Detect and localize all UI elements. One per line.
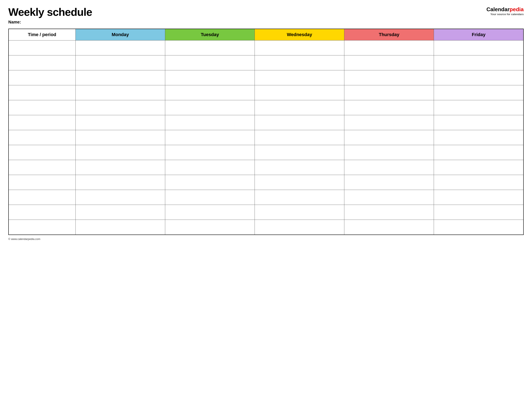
table-cell[interactable]: [434, 205, 524, 220]
table-row: [8, 220, 524, 235]
table-cell[interactable]: [8, 190, 76, 205]
table-cell[interactable]: [254, 100, 344, 115]
table-cell[interactable]: [8, 56, 76, 70]
table-cell[interactable]: [76, 190, 165, 205]
logo-section: Calendarpedia Your source for calendars: [487, 6, 524, 16]
table-cell[interactable]: [76, 115, 165, 130]
table-cell[interactable]: [254, 85, 344, 100]
table-row: [8, 100, 524, 115]
table-cell[interactable]: [344, 205, 434, 220]
table-row: [8, 40, 524, 56]
table-cell[interactable]: [254, 175, 344, 190]
logo-tagline: Your source for calendars: [487, 13, 524, 16]
table-cell[interactable]: [344, 40, 434, 56]
table-cell[interactable]: [165, 220, 254, 235]
table-cell[interactable]: [165, 205, 254, 220]
table-cell[interactable]: [76, 130, 165, 145]
header-tuesday: Tuesday: [165, 29, 254, 40]
table-cell[interactable]: [254, 145, 344, 160]
table-cell[interactable]: [8, 130, 76, 145]
table-cell[interactable]: [165, 70, 254, 85]
table-cell[interactable]: [344, 175, 434, 190]
table-cell[interactable]: [344, 56, 434, 70]
table-row: [8, 70, 524, 85]
table-cell[interactable]: [165, 40, 254, 56]
table-cell[interactable]: [8, 175, 76, 190]
table-cell[interactable]: [434, 175, 524, 190]
table-cell[interactable]: [8, 70, 76, 85]
table-cell[interactable]: [344, 130, 434, 145]
header-friday: Friday: [434, 29, 524, 40]
page-title: Weekly schedule: [8, 6, 92, 18]
table-row: [8, 145, 524, 160]
table-cell[interactable]: [165, 175, 254, 190]
table-row: [8, 160, 524, 175]
table-cell[interactable]: [254, 40, 344, 56]
table-cell[interactable]: [434, 85, 524, 100]
table-cell[interactable]: [165, 100, 254, 115]
title-section: Weekly schedule Name:: [8, 6, 92, 25]
table-cell[interactable]: [434, 190, 524, 205]
table-row: [8, 205, 524, 220]
table-cell[interactable]: [434, 145, 524, 160]
table-cell[interactable]: [434, 100, 524, 115]
table-cell[interactable]: [76, 145, 165, 160]
table-cell[interactable]: [165, 160, 254, 175]
table-cell[interactable]: [434, 130, 524, 145]
table-row: [8, 56, 524, 70]
table-cell[interactable]: [344, 160, 434, 175]
table-cell[interactable]: [344, 145, 434, 160]
table-cell[interactable]: [344, 220, 434, 235]
table-cell[interactable]: [8, 85, 76, 100]
table-cell[interactable]: [344, 85, 434, 100]
table-cell[interactable]: [8, 40, 76, 56]
table-cell[interactable]: [254, 205, 344, 220]
table-cell[interactable]: [8, 115, 76, 130]
table-cell[interactable]: [8, 205, 76, 220]
table-cell[interactable]: [76, 175, 165, 190]
table-row: [8, 130, 524, 145]
table-cell[interactable]: [344, 70, 434, 85]
logo-pedia: pedia: [510, 6, 524, 12]
table-cell[interactable]: [76, 100, 165, 115]
table-cell[interactable]: [76, 70, 165, 85]
table-cell[interactable]: [434, 115, 524, 130]
table-cell[interactable]: [76, 205, 165, 220]
table-cell[interactable]: [254, 70, 344, 85]
table-cell[interactable]: [254, 190, 344, 205]
name-label: Name:: [8, 20, 92, 25]
table-cell[interactable]: [434, 160, 524, 175]
table-cell[interactable]: [254, 160, 344, 175]
table-cell[interactable]: [434, 70, 524, 85]
table-row: [8, 115, 524, 130]
table-cell[interactable]: [434, 40, 524, 56]
table-cell[interactable]: [8, 100, 76, 115]
table-cell[interactable]: [344, 115, 434, 130]
logo-calendar: Calendar: [487, 6, 510, 12]
table-cell[interactable]: [76, 40, 165, 56]
table-cell[interactable]: [254, 130, 344, 145]
table-cell[interactable]: [254, 56, 344, 70]
table-cell[interactable]: [254, 220, 344, 235]
table-cell[interactable]: [165, 115, 254, 130]
table-cell[interactable]: [8, 160, 76, 175]
table-cell[interactable]: [76, 160, 165, 175]
table-cell[interactable]: [8, 220, 76, 235]
table-cell[interactable]: [76, 220, 165, 235]
header-time: Time / period: [8, 29, 76, 40]
table-cell[interactable]: [344, 190, 434, 205]
table-cell[interactable]: [165, 56, 254, 70]
table-cell[interactable]: [434, 220, 524, 235]
footer: © www.calendarpedia.com: [8, 237, 524, 241]
header-thursday: Thursday: [344, 29, 434, 40]
table-cell[interactable]: [76, 85, 165, 100]
table-cell[interactable]: [165, 130, 254, 145]
table-cell[interactable]: [254, 115, 344, 130]
table-cell[interactable]: [165, 190, 254, 205]
table-cell[interactable]: [8, 145, 76, 160]
table-cell[interactable]: [434, 56, 524, 70]
table-cell[interactable]: [76, 56, 165, 70]
table-cell[interactable]: [165, 85, 254, 100]
table-cell[interactable]: [165, 145, 254, 160]
table-cell[interactable]: [344, 100, 434, 115]
